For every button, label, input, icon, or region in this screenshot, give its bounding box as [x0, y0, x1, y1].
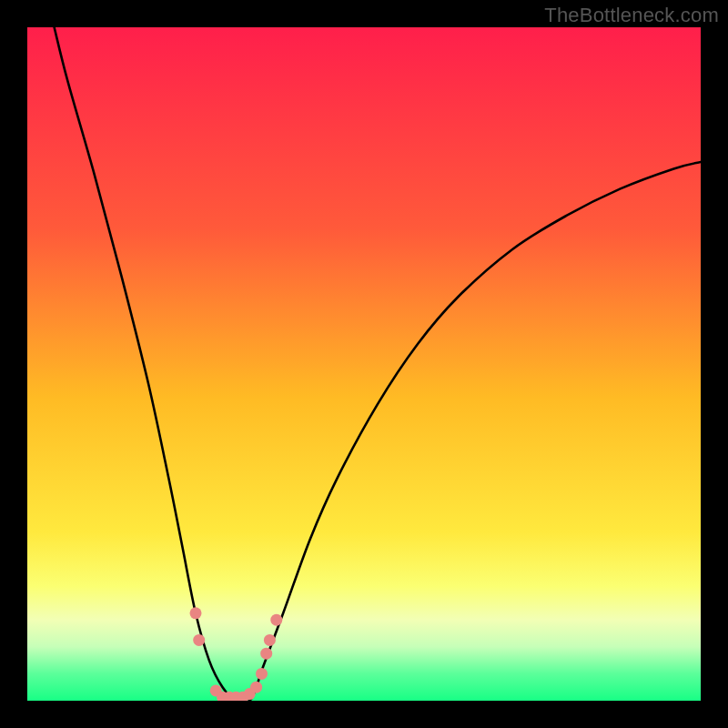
- watermark-text: TheBottleneck.com: [544, 4, 719, 27]
- highlight-dot: [190, 607, 202, 619]
- highlight-dots: [190, 607, 283, 701]
- curve-layer: [27, 27, 701, 701]
- highlight-dot: [250, 682, 262, 693]
- highlight-dot: [260, 648, 272, 660]
- highlight-dot: [270, 614, 282, 626]
- highlight-dot: [193, 634, 205, 646]
- chart-frame: TheBottleneck.com: [0, 0, 728, 728]
- bottleneck-curve: [55, 27, 701, 701]
- plot-area: [27, 27, 701, 701]
- highlight-dot: [256, 668, 268, 680]
- highlight-dot: [264, 634, 276, 646]
